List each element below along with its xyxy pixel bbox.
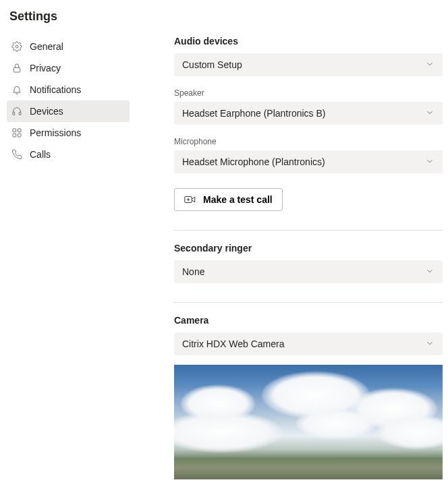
microphone-label: Microphone: [174, 137, 443, 146]
svg-rect-6: [13, 134, 16, 137]
select-value: None: [182, 266, 204, 277]
divider: [174, 302, 443, 303]
svg-rect-5: [18, 129, 21, 132]
select-value: Headset Earphone (Plantronics B): [182, 108, 325, 119]
divider: [174, 230, 443, 231]
svg-rect-4: [13, 129, 16, 132]
sidebar-item-label: Devices: [30, 106, 63, 117]
select-value: Headset Microphone (Plantronics): [182, 156, 325, 167]
sidebar-item-devices[interactable]: Devices: [7, 100, 130, 122]
test-call-icon: [184, 195, 196, 204]
button-label: Make a test call: [203, 194, 273, 205]
chevron-down-icon: [425, 108, 435, 119]
headset-icon: [11, 105, 23, 117]
audio-devices-heading: Audio devices: [174, 36, 443, 47]
gear-icon: [11, 40, 23, 53]
apps-icon: [11, 127, 23, 139]
sidebar-item-calls[interactable]: Calls: [7, 144, 130, 165]
camera-select[interactable]: Citrix HDX Web Camera: [174, 332, 443, 355]
audio-setup-select[interactable]: Custom Setup: [174, 53, 443, 76]
svg-point-0: [16, 45, 18, 48]
lock-icon: [11, 62, 23, 74]
phone-icon: [11, 148, 23, 160]
chevron-down-icon: [425, 156, 435, 168]
microphone-select[interactable]: Headset Microphone (Plantronics): [174, 150, 443, 173]
svg-rect-1: [13, 67, 20, 72]
speaker-label: Speaker: [174, 88, 443, 98]
select-value: Custom Setup: [182, 59, 242, 70]
sidebar-item-privacy[interactable]: Privacy: [7, 57, 130, 79]
bell-icon: [11, 84, 23, 96]
svg-rect-3: [19, 112, 21, 115]
camera-heading: Camera: [174, 315, 443, 326]
speaker-select[interactable]: Headset Earphone (Plantronics B): [174, 102, 443, 125]
sidebar-item-label: Notifications: [30, 84, 81, 95]
chevron-down-icon: [425, 338, 435, 350]
main-panel: Audio devices Custom Setup Speaker Heads…: [136, 36, 448, 503]
svg-rect-7: [18, 134, 21, 137]
make-test-call-button[interactable]: Make a test call: [174, 188, 283, 211]
camera-preview: [174, 365, 443, 479]
sidebar-item-permissions[interactable]: Permissions: [7, 122, 130, 144]
select-value: Citrix HDX Web Camera: [182, 338, 284, 349]
sidebar-item-label: General: [30, 41, 63, 52]
sidebar-item-label: Calls: [30, 149, 51, 160]
page-title: Settings: [7, 7, 448, 36]
secondary-ringer-heading: Secondary ringer: [174, 243, 443, 254]
sidebar-item-general[interactable]: General: [7, 36, 130, 57]
sidebar-item-notifications[interactable]: Notifications: [7, 79, 130, 100]
sidebar: General Privacy Notifications Devices: [7, 36, 136, 503]
chevron-down-icon: [425, 266, 435, 278]
secondary-ringer-select[interactable]: None: [174, 260, 443, 283]
chevron-down-icon: [425, 59, 435, 71]
sidebar-item-label: Privacy: [30, 63, 61, 73]
svg-rect-2: [13, 112, 15, 115]
sidebar-item-label: Permissions: [30, 127, 81, 138]
